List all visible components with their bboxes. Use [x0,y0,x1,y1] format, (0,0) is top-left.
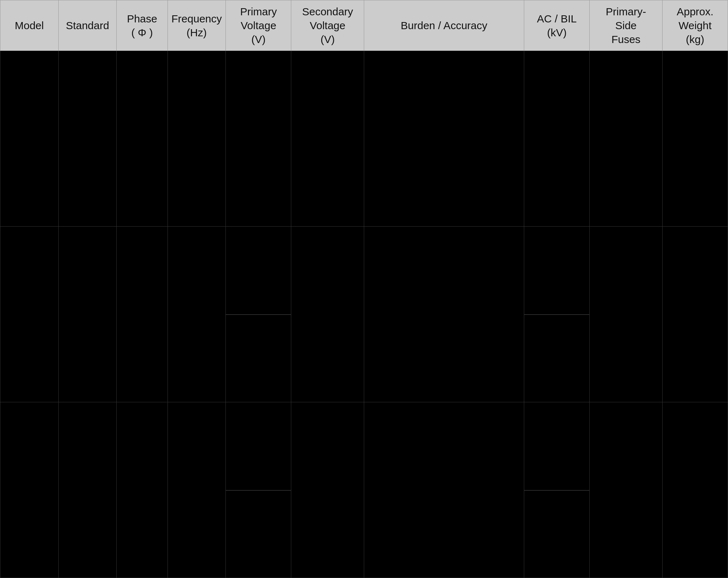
cell-primary-side-fuses-2 [590,227,663,402]
cell-secondary-voltage-3 [291,402,364,578]
cell-secondary-voltage-1 [291,51,364,227]
cell-model-1 [0,51,59,227]
cell-primary-voltage-1 [226,51,291,227]
cell-primary-side-fuses-1 [590,51,663,227]
cell-phase-1 [117,51,168,227]
col-header-burden-accuracy: Burden / Accuracy [364,0,524,51]
main-table-container: Model Standard Phase( Φ ) Frequency(Hz) … [0,0,728,578]
cell-frequency-3 [168,402,226,578]
data-table: Model Standard Phase( Φ ) Frequency(Hz) … [0,0,728,578]
cell-primary-side-fuses-3 [590,402,663,578]
cell-approx-weight-3 [662,402,728,578]
cell-model-3 [0,402,59,578]
cell-model-2 [0,227,59,402]
table-row [0,51,728,227]
cell-standard-2 [58,227,117,402]
table-row [0,402,728,578]
cell-phase-3 [117,402,168,578]
col-header-secondary-voltage: SecondaryVoltage(V) [291,0,364,51]
col-header-approx-weight: Approx.Weight(kg) [662,0,728,51]
col-header-model: Model [0,0,59,51]
cell-primary-voltage-2 [226,227,291,402]
col-header-frequency: Frequency(Hz) [168,0,226,51]
col-header-phase: Phase( Φ ) [117,0,168,51]
cell-phase-2 [117,227,168,402]
col-header-primary-side-fuses: Primary-SideFuses [590,0,663,51]
cell-approx-weight-2 [662,227,728,402]
cell-primary-voltage-3 [226,402,291,578]
cell-approx-weight-1 [662,51,728,227]
col-header-standard: Standard [58,0,117,51]
table-row [0,227,728,402]
cell-ac-bil-2 [524,227,590,402]
cell-secondary-voltage-2 [291,227,364,402]
cell-burden-accuracy-1 [364,51,524,227]
cell-standard-3 [58,402,117,578]
table-header-row: Model Standard Phase( Φ ) Frequency(Hz) … [0,0,728,51]
cell-standard-1 [58,51,117,227]
cell-ac-bil-1 [524,51,590,227]
col-header-ac-bil: AC / BIL(kV) [524,0,590,51]
cell-burden-accuracy-3 [364,402,524,578]
col-header-primary-voltage: PrimaryVoltage(V) [226,0,291,51]
cell-ac-bil-3 [524,402,590,578]
cell-frequency-2 [168,227,226,402]
cell-frequency-1 [168,51,226,227]
cell-burden-accuracy-2 [364,227,524,402]
